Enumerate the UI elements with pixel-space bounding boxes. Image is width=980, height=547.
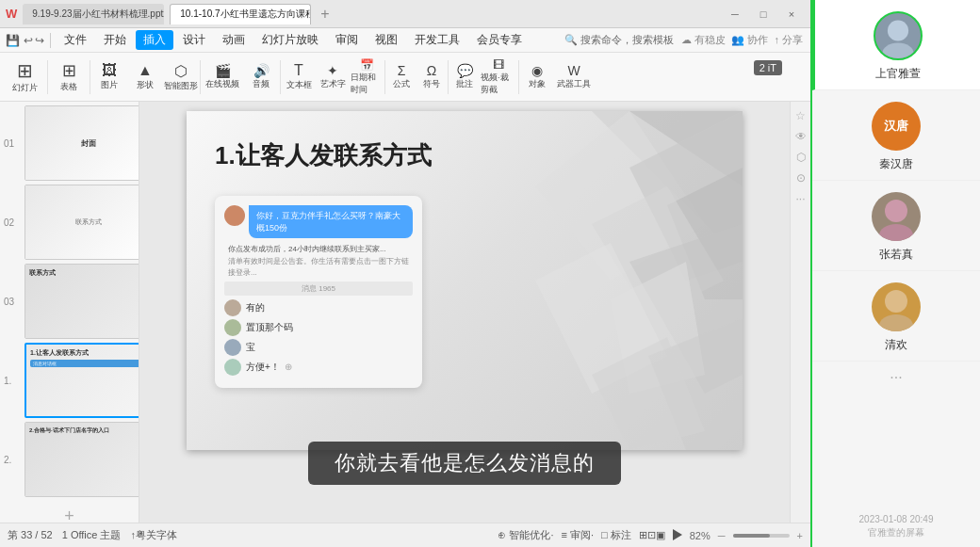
ribbon-smart-icon[interactable]: ⬡ 智能图形 [164,56,198,99]
ribbon-video-edit-icon[interactable]: 🎞 视频·裁剪截 [481,56,516,99]
more-contacts-button[interactable]: ··· [812,362,980,394]
tab-add-button[interactable]: + [317,6,333,23]
chat-mockup: 你好，豆克力伴手礼怎么买呀？南豪大概150份 你点发布成功后，24小时内继续联系… [215,196,422,388]
contact-name-1: 上官雅萱 [875,66,921,82]
menu-slideshow[interactable]: 幻灯片放映 [254,30,326,50]
content-area: 01 封面 02 联系方式 [0,102,810,523]
ribbon-table-icon[interactable]: ⊞ 表格 [50,56,88,99]
ribbon-object-icon[interactable]: ◉ 对象 [521,56,553,99]
menu-design[interactable]: 设计 [175,30,213,50]
wps-tab-1[interactable]: 9.19-9.23届小红书材料梳理.pptx [23,4,164,24]
slide-canvas[interactable]: 1.让客人发联系方式 你好，豆克力伴手礼怎么买呀？南豪大概150份 你点发布成功… [187,111,743,450]
contact-3[interactable]: 张若真 [812,181,980,271]
ribbon-formula-icon[interactable]: Σ 公式 [387,56,416,99]
link-icon[interactable]: ⬡ [796,151,806,164]
svg-point-14 [879,224,913,241]
right-panel: 上官雅萱 汉唐 秦汉唐 张若真 清欢 ··· 官雅萱的屏幕 [810,0,980,547]
slide-thumb-4[interactable]: 1. 1.让客人发联系方式 消息对话框 [24,343,135,418]
copy-icon[interactable]: ⊙ [796,171,806,185]
contact-avatar-1 [874,11,923,60]
contact-avatar-2: 汉唐 [872,102,921,151]
contact-4[interactable]: 清欢 [812,271,980,362]
ribbon-textbox-icon[interactable]: T 文本框 [283,56,315,99]
add-slide-button[interactable]: + [4,501,135,523]
ribbon-toolbar: ⊞ 幻灯片 ⊞ 表格 🖼 图片 ▲ 形状 ⬡ 智能图形 [0,53,810,102]
ribbon-art-icon[interactable]: ✦ 艺术字 [317,56,349,99]
share-label[interactable]: ↑ 分享 [774,33,803,47]
slide-thumb-5[interactable]: 2. 2.合格与·话术下门店名字的入口 [24,422,135,497]
svg-point-12 [882,42,913,60]
datetime-label: 2023-01-08 20:49 [812,514,980,524]
smart-label[interactable]: ⊕ 智能优化· [498,528,553,542]
contact-name-2: 秦汉唐 [879,156,913,172]
zoom-minus[interactable]: ─ [718,530,726,541]
slide-panel: 01 封面 02 联系方式 [0,102,139,523]
search-bar[interactable]: 🔍 搜索命令，搜索模板 [564,33,679,47]
menu-insert[interactable]: 插入 [136,30,173,50]
slide-thumb-1[interactable]: 01 封面 [24,105,135,181]
star-icon[interactable]: ☆ [795,109,806,122]
slide-thumb-3[interactable]: 03 联系方式 [24,264,135,339]
menu-file[interactable]: 文件 [57,30,94,50]
review-label[interactable]: ≡ 审阅· [562,528,595,542]
menu-start[interactable]: 开始 [96,30,134,50]
undo-icon[interactable]: ↩ [24,34,33,47]
chat-hint: 清单有效时间是公告套。你生活有需要点击一图下方链接登录... [228,256,413,277]
status-bar: 第 33 / 52 1 Office 主题 ↑粤关字体 ⊕ 智能优化· ≡ 审阅… [0,523,810,547]
minimize-button[interactable]: ─ [722,5,748,24]
zoom-label: 82% [690,530,710,541]
ribbon-shape-icon[interactable]: ▲ 形状 [128,56,162,99]
menu-bar: 💾 ↩ ↪ 文件 开始 插入 设计 动画 幻灯片放映 审阅 视图 开发工具 会员… [0,28,810,53]
contact-2[interactable]: 汉唐 秦汉唐 [812,90,980,181]
cloud-label: ☁ 有稳皮 [681,33,726,47]
zoom-slider[interactable] [733,534,790,538]
more-icon[interactable]: ··· [795,192,805,205]
main-area: W 9.19-9.23届小红书材料梳理.pptx 10.1-10.7小红书里遗忘… [0,0,810,547]
close-button[interactable]: × [778,5,805,24]
svg-point-16 [879,314,913,331]
ribbon-wps-icon[interactable]: W 武器工具 [555,56,593,99]
play-button[interactable] [673,529,682,542]
menu-review[interactable]: 审阅 [328,30,366,50]
ribbon-online-vid[interactable]: 🎬 在线视频 [203,56,242,99]
menu-view[interactable]: 视图 [368,30,405,50]
chat-response: 你点发布成功后，24小时内继续联系到主买家... [228,244,413,254]
view-icons[interactable]: ⊞⊡▣ [639,529,665,541]
chat-item-1: 有的 [224,299,413,316]
chat-divider: 消息 1965 [224,282,413,296]
menu-vip[interactable]: 会员专享 [469,30,530,50]
eye-icon[interactable]: 👁 [795,130,807,143]
slide-title: 1.让客人发联系方式 [215,139,432,172]
window-controls: ─ □ × [722,5,805,24]
redo-icon[interactable]: ↪ [35,34,44,47]
wps-titlebar: W 9.19-9.23届小红书材料梳理.pptx 10.1-10.7小红书里遗忘… [0,0,810,28]
font-label: ↑粤关字体 [130,528,177,542]
menu-animation[interactable]: 动画 [215,30,253,50]
page-info: 第 33 / 52 [8,528,53,542]
status-right: ⊕ 智能优化· ≡ 审阅· □ 标注 ⊞⊡▣ 82% ─ + [498,528,803,542]
menu-dev[interactable]: 开发工具 [407,30,467,50]
contact-1[interactable]: 上官雅萱 [812,0,980,90]
side-icons-strip: ☆ 👁 ⬡ ⊙ ··· [790,102,810,523]
svg-point-15 [885,290,907,313]
slide-canvas-area: 1.让客人发联系方式 你好，豆克力伴手礼怎么买呀？南豪大概150份 你点发布成功… [139,102,790,523]
zoom-plus[interactable]: + [797,530,803,541]
collab-label: 👥 协作 [731,33,768,47]
ribbon-symbol-icon[interactable]: Ω 符号 [417,56,446,99]
slide-thumb-2[interactable]: 02 联系方式 [24,185,135,260]
slide-geo-svg [441,111,743,450]
ribbon-comment-icon[interactable]: 💬 批注 [450,56,479,99]
contact-avatar-3 [872,192,921,241]
notate-label[interactable]: □ 标注 [601,528,631,542]
quick-save-icon[interactable]: 💾 [4,34,22,47]
ribbon-img-icon[interactable]: 🖼 图片 [92,56,126,99]
svg-point-13 [885,200,907,222]
ribbon-audio-icon[interactable]: 🔊 音频 [244,56,278,99]
chat-bubble: 你好，豆克力伴手礼怎么买呀？南豪大概150份 [249,205,413,238]
ribbon-slide-icon[interactable]: ⊞ 幻灯片 [4,56,45,99]
wps-logo: W [6,7,17,21]
contact-avatar-4 [872,282,921,331]
ribbon-date-icon[interactable]: 📅 日期和时间 [351,56,383,99]
maximize-button[interactable]: □ [750,5,776,24]
wps-tab-2[interactable]: 10.1-10.7小红书里遗忘方向课程 [170,4,311,24]
